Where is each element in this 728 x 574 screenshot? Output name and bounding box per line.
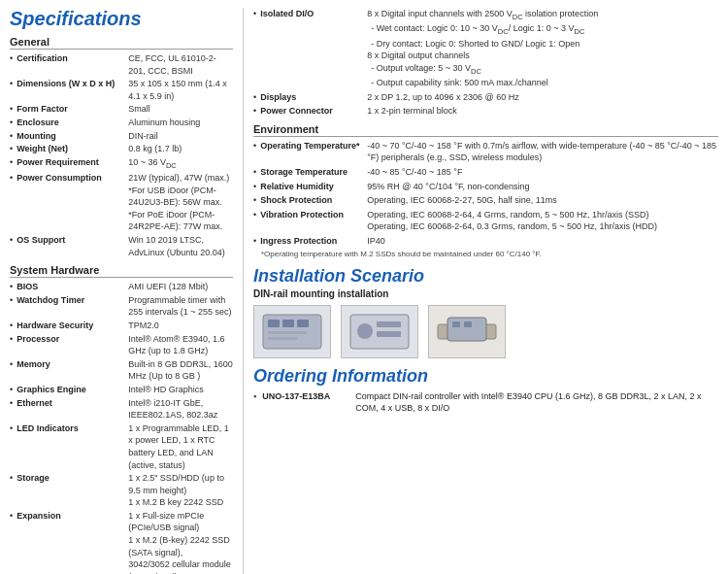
spec-val: Small <box>128 103 150 116</box>
spec-key-power-con: Power Consumption <box>17 172 128 233</box>
spec-key: Storage <box>17 472 128 509</box>
list-item: Memory Built-in 8 GB DDR3L, 1600 MHz (Up… <box>10 358 233 383</box>
install-image-1 <box>253 305 331 358</box>
spec-key: OS Support <box>17 234 128 258</box>
syshw-header: System Hardware <box>10 264 233 278</box>
list-item: Expansion 1 x Full-size mPCIe (PCIe/USB … <box>10 510 233 574</box>
order-key: UNO-137-E13BA <box>262 390 349 403</box>
installation-section: Installation Scenario DIN-rail mounting … <box>253 266 718 358</box>
spec-key: Memory <box>17 358 128 383</box>
main-container: Specifications General Certification CE,… <box>0 0 728 574</box>
list-item: Hardware Security TPM2.0 <box>10 320 233 332</box>
spec-val: DIN-rail <box>128 130 158 143</box>
spec-key: Watchdog Timer <box>17 294 128 319</box>
isolated-dio-block: Isolated DI/O 8 x Digital input channels… <box>253 8 718 118</box>
list-item: Mounting DIN-rail <box>10 130 233 143</box>
spec-key: Expansion <box>17 510 128 574</box>
right-column: Isolated DI/O 8 x Digital input channels… <box>253 8 718 574</box>
page-title: Specifications <box>10 8 233 30</box>
spec-key-storage-temp: Storage Temperature <box>260 166 367 179</box>
spec-val: 1 x Full-size mPCIe (PCIe/USB signal) 1 … <box>128 510 233 574</box>
spec-val: Operating, IEC 60068-2-27, 50G, half sin… <box>367 194 557 207</box>
list-item: Power Connector 1 x 2-pin terminal block <box>253 105 718 118</box>
svg-rect-2 <box>282 320 294 327</box>
spec-val: Aluminum housing <box>128 117 200 129</box>
spec-val: 1 x 2.5" SSD/HDD (up to 9.5 mm height)1 … <box>128 472 233 509</box>
list-item: Watchdog Timer Programmable timer with 2… <box>10 294 233 319</box>
device-svg-2 <box>346 310 414 354</box>
list-item: Power Requirement 10 ~ 36 VDC <box>10 156 233 171</box>
list-item: Relative Humidity 95% RH @ 40 °C/104 °F,… <box>253 181 718 193</box>
svg-rect-9 <box>377 331 401 337</box>
spec-val: 21W (typical), 47W (max.) *For USB iDoor… <box>128 172 233 233</box>
content-area: Specifications General Certification CE,… <box>0 0 728 574</box>
svg-rect-3 <box>297 320 309 327</box>
spec-key-form-factor: Form Factor <box>17 103 128 116</box>
env-note: *Operating temperature with M.2 SSDs sho… <box>253 250 718 258</box>
list-item: BIOS AMI UEFI (128 Mbit) <box>10 281 233 293</box>
list-item: Power Consumption 21W (typical), 47W (ma… <box>10 172 233 233</box>
spec-val: Win 10 2019 LTSC, AdvLinux (Ubuntu 20.04… <box>128 234 233 258</box>
svg-point-7 <box>357 323 373 339</box>
list-item: Graphics Engine Intel® HD Graphics <box>10 384 233 396</box>
device-svg <box>258 310 326 354</box>
dinrail-svg <box>433 310 501 354</box>
ordering-list: UNO-137-E13BA Compact DIN-rail controlle… <box>253 390 718 415</box>
svg-rect-4 <box>268 331 307 334</box>
spec-key: Enclosure <box>17 117 128 129</box>
spec-key: LED Indicators <box>17 422 128 471</box>
install-images <box>253 305 718 358</box>
spec-val: Programmable timer with 255 intervals (1… <box>128 294 233 319</box>
list-item: Isolated DI/O 8 x Digital input channels… <box>253 8 718 89</box>
spec-val: 0.8 kg (1.7 lb) <box>128 143 182 155</box>
spec-key-displays: Displays <box>260 91 367 104</box>
install-title: Installation Scenario <box>253 266 718 287</box>
svg-rect-5 <box>268 337 297 340</box>
spec-val: 1 x 2-pin terminal block <box>367 105 457 118</box>
list-item: Vibration Protection Operating, IEC 6006… <box>253 209 718 233</box>
list-item: OS Support Win 10 2019 LTSC, AdvLinux (U… <box>10 234 233 258</box>
spec-val: Intel® Atom® E3940, 1.6 GHz (up to 1.8 G… <box>128 333 233 357</box>
env-header: Environment <box>253 123 718 137</box>
spec-key-op-temp: Operating Temperature* <box>260 140 367 152</box>
list-item: Ingress Protection IP40 <box>253 235 718 248</box>
list-item: Dimensions (W x D x H) 35 x 105 x 150 mm… <box>10 78 233 102</box>
spec-key-power-req: Power Requirement <box>17 156 128 171</box>
spec-key-mounting: Mounting <box>17 130 128 143</box>
spec-val: Built-in 8 GB DDR3L, 1600 MHz (Up to 8 G… <box>128 358 233 383</box>
spec-key-ingress: Ingress Protection <box>260 235 367 248</box>
dio-spec-list: Isolated DI/O 8 x Digital input channels… <box>253 8 718 118</box>
spec-key-humidity: Relative Humidity <box>260 181 367 193</box>
spec-val: TPM2.0 <box>128 320 159 332</box>
list-item: Processor Intel® Atom® E3940, 1.6 GHz (u… <box>10 333 233 357</box>
spec-val: CE, FCC, UL 61010-2-201, CCC, BSMI <box>128 52 233 77</box>
spec-val: 10 ~ 36 VDC <box>128 156 177 171</box>
list-item: LED Indicators 1 x Programmable LED, 1 x… <box>10 422 233 471</box>
ordering-section: Ordering Information UNO-137-E13BA Compa… <box>253 366 718 415</box>
spec-key: Certification <box>17 52 128 77</box>
svg-rect-1 <box>268 320 280 327</box>
spec-val: -40 ~ 85 °C/-40 ~ 185 °F <box>367 166 462 179</box>
list-item: Form Factor Small <box>10 103 233 116</box>
general-spec-list: Certification CE, FCC, UL 61010-2-201, C… <box>10 52 233 258</box>
spec-key: Processor <box>17 333 128 357</box>
spec-key-shock: Shock Protection <box>260 194 367 207</box>
spec-val: 95% RH @ 40 °C/104 °F, non-condensing <box>367 181 529 193</box>
spec-key-isolated-dio: Isolated DI/O <box>260 8 367 20</box>
list-item: UNO-137-E13BA Compact DIN-rail controlle… <box>253 390 718 415</box>
spec-key: Dimensions (W x D x H) <box>17 78 128 102</box>
spec-key: Weight (Net) <box>17 143 128 155</box>
list-item: Weight (Net) 0.8 kg (1.7 lb) <box>10 143 233 155</box>
svg-rect-8 <box>377 321 401 327</box>
install-image-3 <box>428 305 506 358</box>
spec-val: AMI UEFI (128 Mbit) <box>128 281 208 293</box>
general-header: General <box>10 36 233 50</box>
install-subtitle: DIN-rail mounting installation <box>253 288 718 299</box>
spec-val: 35 x 105 x 150 mm (1.4 x 4.1 x 5.9 in) <box>128 78 233 102</box>
svg-rect-12 <box>452 321 460 327</box>
list-item: Ethernet Intel® i210-IT GbE, IEEE802.1AS… <box>10 397 233 422</box>
spec-val: 1 x Programmable LED, 1 x power LED, 1 x… <box>128 422 233 471</box>
install-image-2 <box>341 305 418 358</box>
list-item: Storage Temperature -40 ~ 85 °C/-40 ~ 18… <box>253 166 718 179</box>
spec-key-ethernet: Ethernet <box>17 397 128 422</box>
